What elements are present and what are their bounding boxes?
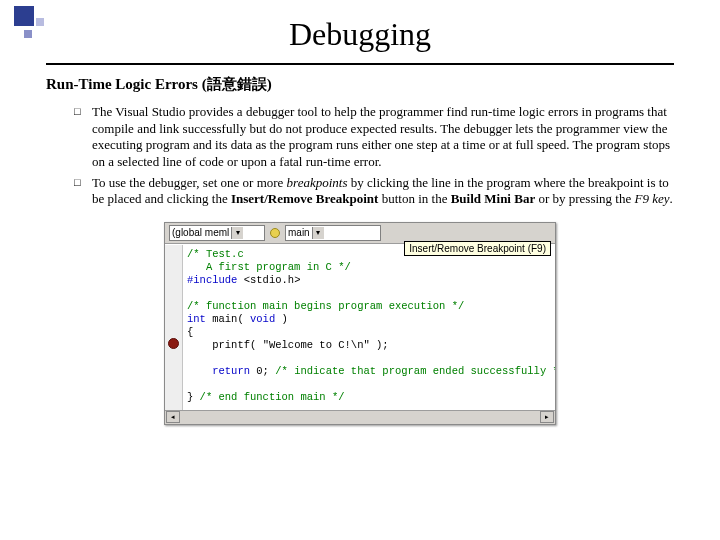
bullet-emph: breakpoints: [287, 175, 348, 190]
chevron-down-icon: ▾: [231, 227, 243, 239]
bullet-text: or by pressing the: [535, 191, 634, 206]
code-comment: /* function main begins program executio…: [187, 300, 464, 312]
code-kw: int: [187, 313, 206, 325]
screenshot: (global meml ▾ main ▾ Insert/Remove Brea…: [164, 222, 556, 425]
slide-title: Debugging: [0, 0, 720, 63]
code-text: {: [187, 326, 193, 338]
code-text: 0;: [250, 365, 275, 377]
code-area: /* Test.c A first program in C */ #inclu…: [165, 244, 555, 410]
bullet-text: button in the: [378, 191, 450, 206]
bullet-item: To use the debugger, set one or more bre…: [74, 175, 674, 208]
code-comment: /* Test.c: [187, 248, 244, 260]
code-preproc: #include: [187, 274, 244, 286]
function-dropdown[interactable]: main ▾: [285, 225, 381, 241]
gutter[interactable]: [165, 245, 183, 410]
scroll-right-button[interactable]: ▸: [540, 411, 554, 423]
scope-dropdown[interactable]: (global meml ▾: [169, 225, 265, 241]
code-kw: return: [187, 365, 250, 377]
code-kw: void: [250, 313, 275, 325]
code-comment: /* indicate that program ended successfu…: [275, 365, 555, 377]
code-text: <stdio.h>: [244, 274, 301, 286]
bullet-bold: Insert/Remove Breakpoint: [231, 191, 378, 206]
bullet-text: To use the debugger, set one or more: [92, 175, 287, 190]
bullet-text: The Visual Studio provides a debugger to…: [92, 104, 670, 169]
dropdown-value: (global meml: [172, 227, 229, 238]
breakpoint-icon[interactable]: [168, 338, 179, 349]
code-string: "Welcome to C!\n": [263, 339, 370, 351]
scroll-left-button[interactable]: ◂: [166, 411, 180, 423]
code-text: );: [370, 339, 389, 351]
screenshot-toolbar: (global meml ▾ main ▾ Insert/Remove Brea…: [165, 223, 555, 244]
title-rule: [46, 63, 674, 65]
horizontal-scrollbar[interactable]: ◂ ▸: [165, 410, 555, 424]
code-comment: /* end function main */: [200, 391, 345, 403]
bullet-emph: F9 key: [634, 191, 669, 206]
slide-decoration: [14, 6, 50, 42]
code-text: main(: [206, 313, 250, 325]
code-text: ): [275, 313, 288, 325]
bullet-bold: Build Mini Bar: [451, 191, 536, 206]
chevron-down-icon: ▾: [312, 227, 324, 239]
bullet-list: The Visual Studio provides a debugger to…: [46, 104, 674, 208]
dropdown-value: main: [288, 227, 310, 238]
content-area: Run-Time Logic Errors (語意錯誤) The Visual …: [0, 75, 720, 425]
tooltip: Insert/Remove Breakpoint (F9): [404, 241, 551, 256]
code-text: }: [187, 391, 200, 403]
subheading: Run-Time Logic Errors (語意錯誤): [46, 75, 674, 94]
code-comment: A first program in C */: [187, 261, 351, 273]
marker-icon: [270, 228, 280, 238]
code-text: printf(: [187, 339, 263, 351]
bullet-text: .: [670, 191, 673, 206]
code-editor[interactable]: /* Test.c A first program in C */ #inclu…: [183, 245, 555, 410]
bullet-item: The Visual Studio provides a debugger to…: [74, 104, 674, 171]
screenshot-wrapper: (global meml ▾ main ▾ Insert/Remove Brea…: [46, 222, 674, 425]
